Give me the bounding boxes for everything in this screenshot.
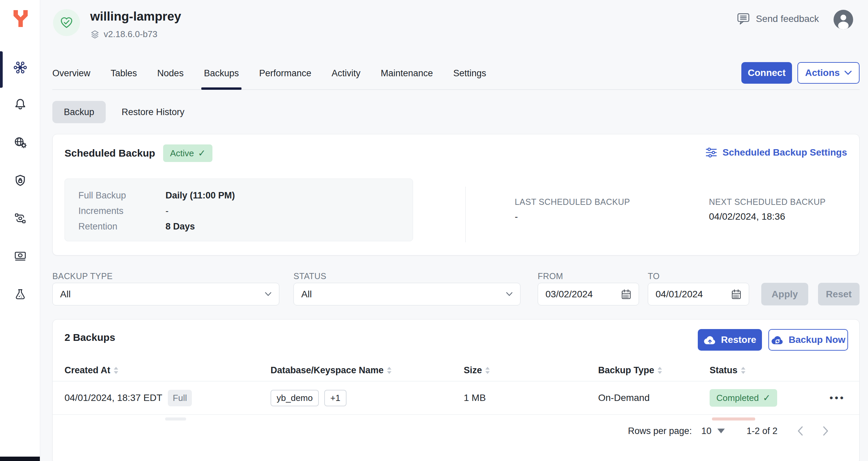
connect-button[interactable]: Connect [741,62,792,84]
integrations-flow-icon [13,211,28,226]
actions-label: Actions [805,67,840,78]
check-icon: ✓ [763,392,771,403]
restore-button[interactable]: Restore [698,329,762,351]
tab-maintenance[interactable]: Maintenance [381,56,433,89]
column-label: Status [710,365,738,376]
to-date-input[interactable]: 04/01/2024 [648,283,749,305]
column-label: Created At [65,365,110,376]
backup-now-label: Backup Now [789,334,845,345]
sidebar-item-alerts[interactable] [0,93,40,115]
scheduled-backup-card: Scheduled Backup Active ✓ Scheduled Back… [52,134,860,255]
row-actions-menu-button[interactable]: ••• [829,392,859,404]
layers-icon [90,30,100,39]
user-avatar-icon[interactable] [834,10,853,29]
keyspace-cell: yb_demo +1 [271,390,464,406]
status-badge-active: Active ✓ [163,144,212,162]
sort-icon [658,367,662,374]
schedule-field-row: Full Backup Daily (11:00 PM) [78,190,413,201]
network-globe-gear-icon [13,135,28,150]
subtab-restore-history[interactable]: Restore History [122,101,184,123]
field-value: - [165,206,169,216]
cloud-sync-icon [771,335,784,345]
cluster-tabbar: Overview Tables Nodes Backups Performanc… [52,56,860,90]
tab-activity[interactable]: Activity [332,56,361,89]
created-at-cell: 04/01/2024, 18:37 EDT Full [65,390,271,406]
backup-type-select[interactable]: All [52,283,279,305]
column-label: Backup Type [598,365,654,376]
subtab-backup[interactable]: Backup [52,101,106,123]
tab-performance[interactable]: Performance [259,56,311,89]
tab-overview[interactable]: Overview [52,56,91,89]
apply-button[interactable]: Apply [761,283,808,305]
next-page-button[interactable] [823,426,829,436]
sort-icon [114,367,118,374]
status-select[interactable]: All [293,283,520,305]
keyspace-chip[interactable]: yb_demo [271,390,319,406]
schedule-summary-box: Full Backup Daily (11:00 PM) Increments … [65,179,413,241]
backup-type-filter-label: BACKUP TYPE [52,271,113,281]
sidebar-footer-bar [0,457,40,461]
tab-tables[interactable]: Tables [111,56,137,89]
backups-list-card: 2 Backups Restore Backup Now Created At … [52,319,860,461]
sidebar-item-clusters[interactable] [0,57,40,78]
field-label: Increments [78,206,165,216]
previous-page-button[interactable] [797,426,803,436]
rows-per-page-value: 10 [701,426,711,436]
to-date-value: 04/01/2024 [656,289,731,300]
table-row[interactable]: 04/01/2024, 18:37 EDT Full yb_demo +1 1 … [53,381,859,415]
status-cell: Completed ✓ [710,389,829,407]
scheduled-backup-settings-label: Scheduled Backup Settings [722,147,847,158]
backup-type-cell: On-Demand [598,392,710,403]
active-badge-label: Active [170,148,194,159]
tab-nodes[interactable]: Nodes [157,56,184,89]
sliders-icon [706,147,717,158]
backup-now-button[interactable]: Backup Now [768,329,848,351]
calendar-icon [731,289,741,300]
chevron-right-icon [823,426,829,436]
vertical-divider [465,187,466,242]
alerts-bell-icon [13,97,28,111]
calendar-icon [621,289,631,300]
column-label: Size [464,365,482,376]
field-value: 8 Days [165,221,195,232]
last-scheduled-backup-value: - [515,211,518,222]
sidebar-item-billing[interactable] [0,245,40,267]
cluster-health-badge [53,9,80,36]
status-value: All [301,289,506,300]
next-scheduled-backup-label: NEXT SCHEDULED BACKUP [709,197,826,207]
rows-per-page-select[interactable]: 10 [701,426,725,436]
tab-settings[interactable]: Settings [453,56,486,89]
sort-icon [485,367,490,374]
sidebar-item-labs[interactable] [0,283,40,305]
field-label: Full Backup [78,190,165,201]
keyspace-more-chip[interactable]: +1 [324,390,347,406]
feedback-chat-icon [736,12,750,26]
completed-badge-label: Completed [716,393,759,403]
backup-type-value: All [60,289,265,300]
tab-backups[interactable]: Backups [204,56,239,89]
rows-per-page-label: Rows per page: [628,426,692,436]
sidebar-item-integrations[interactable] [0,208,40,229]
version-label: v2.18.6.0-b73 [104,29,157,39]
column-header-backup-type[interactable]: Backup Type [598,365,710,376]
field-label: Retention [78,221,165,232]
yugabyte-logo-icon[interactable] [13,10,28,27]
check-icon: ✓ [198,148,206,159]
column-header-keyspace[interactable]: Database/Keyspace Name [271,365,464,376]
actions-button[interactable]: Actions [797,62,860,84]
chevron-down-icon [844,71,852,75]
schedule-field-row: Increments - [78,206,413,216]
from-date-input[interactable]: 03/02/2024 [538,283,639,305]
column-header-status[interactable]: Status [710,365,829,376]
column-header-size[interactable]: Size [464,365,598,376]
version-row: v2.18.6.0-b73 [90,29,157,39]
sidebar [0,0,40,461]
next-scheduled-backup-value: 04/02/2024, 18:36 [709,211,785,222]
send-feedback-button[interactable]: Send feedback [736,12,819,26]
sidebar-item-network[interactable] [0,132,40,153]
from-date-label: FROM [538,271,563,281]
reset-button[interactable]: Reset [818,283,860,305]
scheduled-backup-settings-link[interactable]: Scheduled Backup Settings [706,147,847,158]
column-header-created-at[interactable]: Created At [65,365,271,376]
sidebar-item-security[interactable] [0,169,40,191]
